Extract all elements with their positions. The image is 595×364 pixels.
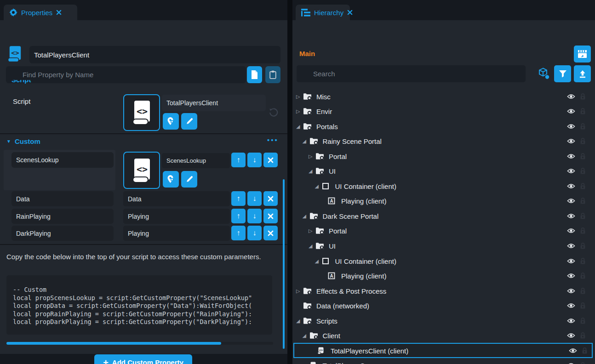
custom-prop-name[interactable]: RainPlaying xyxy=(11,209,114,224)
custom-prop-name[interactable]: DarkPlaying xyxy=(11,226,114,241)
move-down-button[interactable]: ↓ xyxy=(247,209,262,223)
lock-icon[interactable] xyxy=(580,287,586,294)
lock-icon[interactable] xyxy=(580,212,586,219)
collapse-arrow-icon[interactable]: ◢ xyxy=(309,243,312,249)
collapse-arrow-icon[interactable]: ◢ xyxy=(303,333,306,339)
lock-icon[interactable] xyxy=(582,347,588,354)
expand-arrow-icon[interactable]: ▷ xyxy=(309,153,312,159)
custom-prop-value[interactable]: Data xyxy=(123,191,230,206)
horizontal-scrollbar-track[interactable] xyxy=(6,342,273,345)
tree-item-dark-scene-portal[interactable]: ◢Dark Scene Portal xyxy=(292,208,595,223)
delete-property-button[interactable] xyxy=(263,209,278,223)
expand-arrow-icon[interactable]: ▷ xyxy=(309,228,312,234)
visibility-eye-icon[interactable] xyxy=(567,168,575,174)
custom-prop-name[interactable]: ScenesLookup xyxy=(11,152,114,168)
tree-item-rainy-scene-portal[interactable]: ◢Rainy Scene Portal xyxy=(292,134,595,149)
close-icon[interactable] xyxy=(347,10,353,15)
move-up-button[interactable]: ↑ xyxy=(231,191,246,206)
visibility-eye-icon[interactable] xyxy=(567,138,575,144)
move-down-button[interactable]: ↓ xyxy=(247,226,262,240)
paste-properties-button[interactable] xyxy=(265,66,280,83)
visibility-eye-icon[interactable] xyxy=(567,273,575,279)
lock-icon[interactable] xyxy=(580,243,586,250)
visibility-eye-icon[interactable] xyxy=(567,318,575,324)
edit-script-button[interactable] xyxy=(181,171,197,188)
lock-icon[interactable] xyxy=(580,93,586,100)
visibility-eye-icon[interactable] xyxy=(567,333,575,339)
delete-property-button[interactable] xyxy=(263,226,278,240)
tree-item-totalplayersserver[interactable]: <>TotalPlayersServer xyxy=(292,358,595,364)
section-menu-icon[interactable]: ••• xyxy=(267,136,279,144)
visibility-eye-icon[interactable] xyxy=(567,228,575,234)
collapse-arrow-icon[interactable]: ◢ xyxy=(303,138,306,144)
move-up-button[interactable]: ↑ xyxy=(231,153,246,167)
visibility-eye-icon[interactable] xyxy=(567,93,575,99)
tree-item-portals[interactable]: ◢Portals xyxy=(292,119,595,134)
tab-properties[interactable]: Properties xyxy=(4,5,77,20)
custom-prop-value[interactable]: Playing xyxy=(123,226,230,241)
tab-hierarchy[interactable]: Hierarchy xyxy=(296,5,350,20)
lock-icon[interactable] xyxy=(580,273,586,279)
collapse-arrow-icon[interactable]: ◢ xyxy=(309,168,312,174)
lock-icon[interactable] xyxy=(580,108,586,115)
lock-icon[interactable] xyxy=(580,138,586,145)
collapse-arrow-icon[interactable]: ◢ xyxy=(296,318,300,324)
tree-item-ui-container-client[interactable]: ◢UI Container (client) xyxy=(292,253,595,268)
collapse-arrow-icon[interactable]: ◢ xyxy=(315,258,319,264)
visibility-eye-icon[interactable] xyxy=(567,243,575,249)
copy-properties-button[interactable] xyxy=(247,66,262,83)
visibility-eye-icon[interactable] xyxy=(567,198,575,204)
expand-arrow-icon[interactable]: ▷ xyxy=(296,288,300,294)
tree-item-data-networked[interactable]: Data (networked) xyxy=(292,298,595,313)
expand-arrow-icon[interactable]: ▷ xyxy=(296,108,300,114)
visibility-eye-icon[interactable] xyxy=(567,123,575,129)
tree-item-portal[interactable]: ▷Portal xyxy=(292,223,595,239)
collapse-caret-icon[interactable]: ▼ xyxy=(6,139,11,144)
horizontal-scrollbar-thumb[interactable] xyxy=(6,342,221,345)
visibility-eye-icon[interactable] xyxy=(567,258,575,264)
tree-item-totalplayersclient-client[interactable]: <>TotalPlayersClient (client) xyxy=(293,343,593,358)
add-custom-property-button[interactable]: + Add Custom Property xyxy=(94,354,192,364)
visibility-eye-icon[interactable] xyxy=(567,153,575,159)
find-asset-button[interactable] xyxy=(163,171,179,188)
delete-property-button[interactable] xyxy=(263,191,278,206)
close-icon[interactable] xyxy=(56,10,62,15)
visibility-eye-icon[interactable] xyxy=(567,108,575,114)
lock-icon[interactable] xyxy=(580,332,586,339)
lock-icon[interactable] xyxy=(580,198,586,205)
visibility-eye-icon[interactable] xyxy=(567,213,575,219)
custom-prop-name[interactable]: Data xyxy=(11,191,114,206)
tree-item-ui-container-client[interactable]: ◢UI Container (client) xyxy=(292,178,595,193)
lock-icon[interactable] xyxy=(580,302,586,309)
lock-icon[interactable] xyxy=(580,362,586,364)
script-asset-slot[interactable]: <> xyxy=(123,94,160,131)
collapse-arrow-icon[interactable]: ◢ xyxy=(296,123,300,129)
move-down-button[interactable]: ↓ xyxy=(247,191,262,206)
move-up-button[interactable]: ↑ xyxy=(231,226,246,240)
lock-icon[interactable] xyxy=(580,153,586,159)
collapse-arrow-icon[interactable]: ◢ xyxy=(303,213,306,219)
tree-item-playing-client[interactable]: APlaying (client) xyxy=(292,268,595,284)
lock-icon[interactable] xyxy=(580,317,586,324)
vertical-scrollbar-thumb[interactable] xyxy=(283,179,285,349)
tree-item-playing-client[interactable]: APlaying (client) xyxy=(292,193,595,209)
tree-item-portal[interactable]: ▷Portal xyxy=(292,148,595,164)
visibility-eye-icon[interactable] xyxy=(567,183,575,189)
tree-item-misc[interactable]: ▷Misc xyxy=(292,89,595,104)
delete-property-button[interactable] xyxy=(263,153,278,167)
tree-item-envir[interactable]: ▷Envir xyxy=(292,104,595,119)
lock-icon[interactable] xyxy=(580,168,586,175)
tree-item-effects-post-process[interactable]: ▷Effects & Post Process xyxy=(292,283,595,298)
find-asset-button[interactable] xyxy=(163,113,179,130)
move-down-button[interactable]: ↓ xyxy=(247,153,262,167)
expand-arrow-icon[interactable]: ▷ xyxy=(296,93,300,99)
lock-icon[interactable] xyxy=(580,257,586,264)
custom-asset-slot[interactable]: <> xyxy=(123,152,160,189)
visibility-eye-icon[interactable] xyxy=(567,303,575,309)
collapse-arrow-icon[interactable]: ◢ xyxy=(315,183,319,189)
move-up-button[interactable]: ↑ xyxy=(231,209,246,223)
lock-icon[interactable] xyxy=(580,123,586,130)
tree-item-scripts[interactable]: ◢Scripts xyxy=(292,313,595,328)
object-name-input[interactable] xyxy=(29,46,280,63)
edit-script-button[interactable] xyxy=(181,113,197,130)
